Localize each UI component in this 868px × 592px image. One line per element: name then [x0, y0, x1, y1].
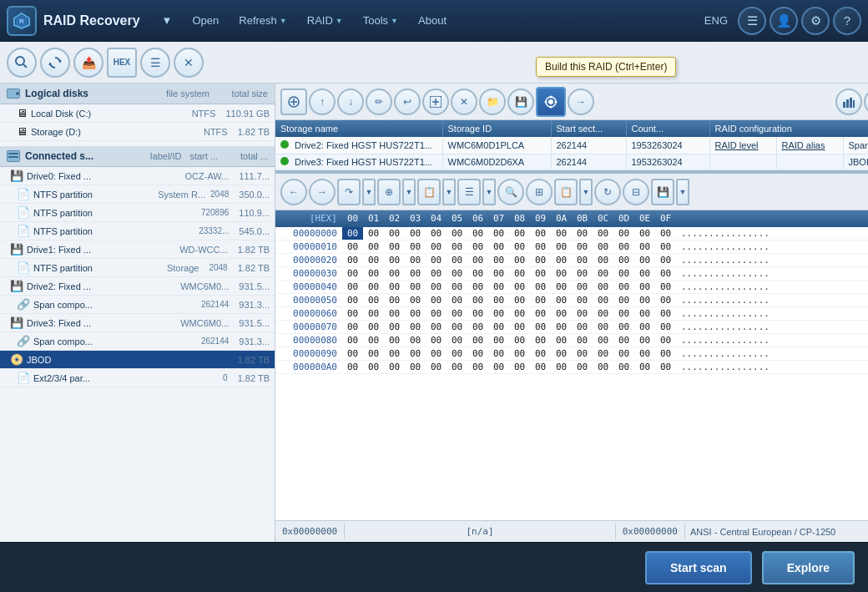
hex-byte-4-5[interactable]: 00: [447, 281, 467, 293]
hex-byte-6-15[interactable]: 00: [655, 307, 676, 320]
hex-byte-0-1[interactable]: 00: [363, 227, 384, 240]
hex-byte-7-14[interactable]: 00: [634, 321, 655, 333]
hex-byte-2-2[interactable]: 00: [384, 254, 405, 266]
raid-save-btn[interactable]: 💾: [507, 89, 534, 115]
hex-byte-0-5[interactable]: 00: [447, 227, 467, 240]
hex-byte-2-7[interactable]: 00: [488, 254, 509, 266]
hex-row-9[interactable]: 0000009000000000000000000000000000000000…: [275, 347, 868, 361]
hex-byte-10-6[interactable]: 00: [467, 361, 488, 373]
hex-byte-4-14[interactable]: 00: [634, 281, 655, 293]
hex-view-button[interactable]: HEX: [107, 48, 137, 78]
hex-byte-7-11[interactable]: 00: [572, 321, 593, 333]
hex-byte-6-6[interactable]: 00: [467, 307, 488, 320]
hex-byte-8-15[interactable]: 00: [655, 334, 676, 347]
raid-chart-btn[interactable]: [835, 89, 862, 115]
hex-byte-0-c[interactable]: 00: [593, 227, 613, 240]
hex-redo-dropdown[interactable]: ▼: [362, 179, 376, 205]
hex-byte-7-8[interactable]: 00: [509, 321, 530, 333]
hex-byte-8-4[interactable]: 00: [426, 334, 447, 347]
hex-byte-3-13[interactable]: 00: [613, 267, 634, 280]
raid-navigate-btn[interactable]: [280, 89, 307, 115]
hex-byte-8-2[interactable]: 00: [384, 334, 405, 347]
hex-byte-5-7[interactable]: 00: [488, 294, 509, 306]
hex-byte-5-0[interactable]: 00: [342, 294, 363, 306]
hex-byte-10-13[interactable]: 00: [613, 361, 634, 373]
settings-icon[interactable]: ⚙: [801, 7, 830, 35]
hex-byte-7-0[interactable]: 00: [342, 321, 363, 333]
hex-byte-1-6[interactable]: 00: [467, 240, 488, 253]
hex-byte-5-5[interactable]: 00: [447, 294, 467, 306]
hex-byte-0-d[interactable]: 00: [613, 227, 634, 240]
hex-byte-3-2[interactable]: 00: [384, 267, 405, 280]
hex-byte-5-11[interactable]: 00: [572, 294, 593, 306]
raid-undo-btn[interactable]: ↩: [394, 89, 421, 115]
hex-byte-7-7[interactable]: 00: [488, 321, 509, 333]
hex-byte-4-10[interactable]: 00: [551, 281, 572, 293]
span-comp-3[interactable]: 🔗 Span compo... 262144 931.3...: [0, 332, 275, 351]
hex-byte-4-12[interactable]: 00: [593, 281, 613, 293]
raid-remove-btn[interactable]: ✕: [451, 89, 477, 115]
hex-byte-5-4[interactable]: 00: [426, 294, 447, 306]
table-row[interactable]: Drive3: Fixed HGST HUS722T1... WMC6M0D2D…: [275, 154, 868, 170]
hex-byte-0-6[interactable]: 00: [467, 227, 488, 240]
hex-row-5[interactable]: 0000005000000000000000000000000000000000…: [275, 294, 868, 307]
drive0[interactable]: 💾 Drive0: Fixed ... OCZ-AW... 111.7...: [0, 167, 275, 185]
hex-byte-6-9[interactable]: 00: [530, 307, 551, 320]
hex-byte-10-2[interactable]: 00: [384, 361, 405, 373]
raid-alias-1[interactable]: RAID alias: [776, 137, 843, 154]
hex-byte-1-1[interactable]: 00: [363, 240, 384, 253]
hex-byte-1-12[interactable]: 00: [593, 240, 613, 253]
menu-raid[interactable]: RAID ▼: [299, 9, 351, 32]
ext-partition[interactable]: 📄 Ext2/3/4 par... 0 1.82 TB: [0, 369, 275, 387]
hex-byte-10-14[interactable]: 00: [634, 361, 655, 373]
hex-byte-4-13[interactable]: 00: [613, 281, 634, 293]
hex-byte-1-7[interactable]: 00: [488, 240, 509, 253]
hex-byte-3-7[interactable]: 00: [488, 267, 509, 280]
hex-byte-9-5[interactable]: 00: [447, 347, 467, 360]
hex-byte-3-10[interactable]: 00: [551, 267, 572, 280]
hex-byte-3-1[interactable]: 00: [363, 267, 384, 280]
menu-open[interactable]: Open: [184, 9, 227, 32]
hex-byte-4-15[interactable]: 00: [655, 281, 676, 293]
hex-byte-5-15[interactable]: 00: [655, 294, 676, 306]
hex-row-1[interactable]: 0000001000000000000000000000000000000000…: [275, 240, 868, 254]
hex-redo-btn[interactable]: ↷: [337, 179, 361, 205]
hex-byte-8-6[interactable]: 00: [467, 334, 488, 347]
search-button[interactable]: [7, 48, 37, 78]
hex-byte-7-3[interactable]: 00: [405, 321, 426, 333]
hex-byte-3-14[interactable]: 00: [634, 267, 655, 280]
hex-byte-5-13[interactable]: 00: [613, 294, 634, 306]
hex-byte-5-8[interactable]: 00: [509, 294, 530, 306]
drive3[interactable]: 💾 Drive3: Fixed ... WMC6M0... 931.5...: [0, 314, 275, 332]
hex-byte-3-15[interactable]: 00: [655, 267, 676, 280]
hex-byte-9-6[interactable]: 00: [467, 347, 488, 360]
hex-byte-6-11[interactable]: 00: [572, 307, 593, 320]
hex-byte-2-1[interactable]: 00: [363, 254, 384, 266]
hex-byte-8-0[interactable]: 00: [342, 334, 363, 347]
hex-byte-2-15[interactable]: 00: [655, 254, 676, 266]
hex-byte-2-14[interactable]: 00: [634, 254, 655, 266]
hex-byte-7-2[interactable]: 00: [384, 321, 405, 333]
start-scan-button[interactable]: Start scan: [645, 551, 752, 584]
hex-byte-0-8[interactable]: 00: [509, 227, 530, 240]
hex-byte-5-2[interactable]: 00: [384, 294, 405, 306]
hex-byte-4-11[interactable]: 00: [572, 281, 593, 293]
drive1[interactable]: 💾 Drive1: Fixed ... WD-WCC... 1.82 TB: [0, 240, 275, 259]
hex-byte-9-13[interactable]: 00: [613, 347, 634, 360]
list-view-button[interactable]: ☰: [140, 48, 170, 78]
hex-byte-8-5[interactable]: 00: [447, 334, 467, 347]
hex-byte-9-2[interactable]: 00: [384, 347, 405, 360]
hex-byte-5-6[interactable]: 00: [467, 294, 488, 306]
hex-byte-2-3[interactable]: 00: [405, 254, 426, 266]
hex-byte-2-12[interactable]: 00: [593, 254, 613, 266]
hex-byte-4-9[interactable]: 00: [530, 281, 551, 293]
hex-byte-5-3[interactable]: 00: [405, 294, 426, 306]
hex-byte-6-1[interactable]: 00: [363, 307, 384, 320]
hex-byte-10-15[interactable]: 00: [655, 361, 676, 373]
hex-byte-9-10[interactable]: 00: [551, 347, 572, 360]
hex-byte-4-2[interactable]: 00: [384, 281, 405, 293]
hex-byte-10-12[interactable]: 00: [593, 361, 613, 373]
raid-add-btn[interactable]: [422, 89, 449, 115]
hex-byte-5-10[interactable]: 00: [551, 294, 572, 306]
hex-byte-8-9[interactable]: 00: [530, 334, 551, 347]
